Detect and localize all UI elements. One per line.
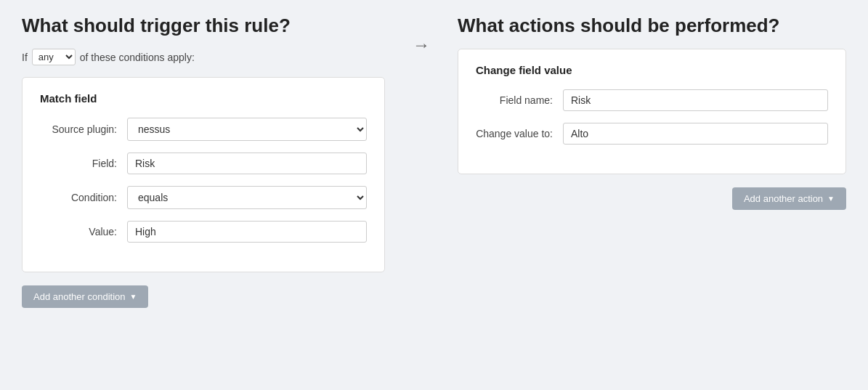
value-label: Value: bbox=[40, 226, 127, 237]
action-box: Change field value Field name: Change va… bbox=[458, 49, 846, 174]
page-container: What should trigger this rule? If any al… bbox=[22, 15, 846, 308]
condition-select[interactable]: equals contains starts with ends with bbox=[127, 186, 367, 209]
add-condition-caret: ▼ bbox=[129, 293, 137, 301]
change-value-input[interactable] bbox=[563, 123, 828, 145]
action-box-title: Change field value bbox=[476, 64, 828, 76]
arrow-icon: → bbox=[413, 35, 430, 55]
any-all-select[interactable]: any all bbox=[32, 49, 76, 65]
source-plugin-row: Source plugin: nessus burp qualys bbox=[40, 118, 367, 141]
add-condition-button[interactable]: Add another condition ▼ bbox=[22, 285, 148, 308]
arrow-separator: → bbox=[399, 15, 443, 55]
condition-label: Condition: bbox=[40, 192, 127, 203]
field-name-label: Field name: bbox=[476, 94, 563, 106]
actions-title: What actions should be performed? bbox=[458, 15, 846, 37]
condition-intro: If any all of these conditions apply: bbox=[22, 49, 385, 65]
add-action-container: Add another action ▼ bbox=[458, 187, 846, 210]
add-action-button[interactable]: Add another action ▼ bbox=[732, 187, 846, 210]
left-panel: What should trigger this rule? If any al… bbox=[22, 15, 399, 308]
field-name-input[interactable] bbox=[563, 89, 828, 111]
match-field-title: Match field bbox=[40, 92, 367, 105]
field-label: Field: bbox=[40, 158, 127, 169]
add-action-caret: ▼ bbox=[827, 195, 835, 203]
condition-intro-prefix: If bbox=[22, 52, 28, 63]
source-plugin-label: Source plugin: bbox=[40, 123, 127, 135]
field-input[interactable] bbox=[127, 153, 367, 174]
match-field-box: Match field Source plugin: nessus burp q… bbox=[22, 77, 385, 272]
right-panel: What actions should be performed? Change… bbox=[443, 15, 846, 210]
trigger-title: What should trigger this rule? bbox=[22, 15, 385, 37]
value-input[interactable] bbox=[127, 221, 367, 243]
value-row: Value: bbox=[40, 221, 367, 243]
field-row: Field: bbox=[40, 153, 367, 174]
change-value-label: Change value to: bbox=[476, 128, 563, 139]
source-plugin-select[interactable]: nessus burp qualys bbox=[127, 118, 367, 141]
add-condition-label: Add another condition bbox=[33, 291, 125, 302]
condition-intro-suffix: of these conditions apply: bbox=[80, 52, 195, 63]
add-action-label: Add another action bbox=[744, 193, 823, 204]
change-value-row: Change value to: bbox=[476, 123, 828, 145]
condition-row: Condition: equals contains starts with e… bbox=[40, 186, 367, 209]
field-name-row: Field name: bbox=[476, 89, 828, 111]
